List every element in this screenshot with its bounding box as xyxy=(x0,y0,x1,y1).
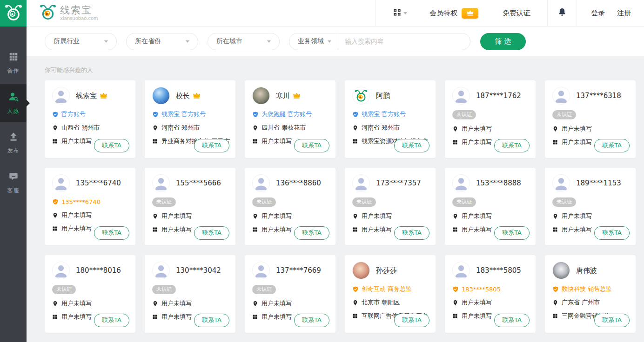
province-select-label: 所在省份 xyxy=(135,37,161,46)
avatar-photo xyxy=(252,87,270,105)
location-text: 用户未填写 xyxy=(161,299,192,308)
contact-card[interactable]: 183****5805183****5805用户未填写用户未填写联系TA xyxy=(445,255,536,333)
contact-button[interactable]: 联系TA xyxy=(494,314,530,327)
official-account-label: 线索宝 官方账号 xyxy=(161,110,206,118)
contact-card[interactable]: 阿鹏线索宝 官方账号河南省 郑州市线索宝资源对接与行业交联系TA xyxy=(345,80,436,158)
location-row: 广东省 广州市 xyxy=(552,298,630,307)
contact-card[interactable]: 173****7357未认证用户未填写用户未填写联系TA xyxy=(345,168,436,245)
brand-logo[interactable]: 线索宝 xiansuobao.com xyxy=(39,3,98,23)
contact-button[interactable]: 联系TA xyxy=(94,314,129,327)
business-grid-icon xyxy=(252,138,262,144)
business-text: 用户未填写 xyxy=(362,225,392,234)
contact-button[interactable]: 联系TA xyxy=(494,139,530,152)
search-input[interactable] xyxy=(338,34,470,49)
free-cert-link[interactable]: 免费认证 xyxy=(503,9,530,18)
industry-select[interactable]: 所属行业 xyxy=(45,33,117,50)
contact-card[interactable]: 180****8016未认证用户未填写用户未填写联系TA xyxy=(45,255,135,333)
contact-card[interactable]: 130****3042未认证用户未填写用户未填写联系TA xyxy=(145,255,235,333)
app: 合作 人脉 发布 xyxy=(0,0,644,342)
business-grid-icon xyxy=(352,227,362,232)
contact-card[interactable]: 线索宝官方账号山西省 朔州市用户未填写联系TA xyxy=(45,80,135,158)
business-text: 用户未填写 xyxy=(161,313,192,321)
card-head: 137****7669 xyxy=(252,262,330,279)
contact-name: 校长 xyxy=(176,92,190,100)
business-text: 用户未填写 xyxy=(262,137,292,145)
member-privilege-link[interactable]: 会员特权 xyxy=(429,8,478,19)
content: 你可能感兴趣的人 线索宝官方账号山西省 朔州市用户未填写联系TA校长线索宝 官方… xyxy=(27,56,644,342)
contact-name: 137****6318 xyxy=(576,92,621,100)
contact-card[interactable]: 唐伟波数快科技 销售总监广东省 广州市三网金融营销短信联系TA xyxy=(545,255,636,333)
contact-card[interactable]: 校长线索宝 官方账号河南省 郑州市异业商务对接合作.甲乙方联系TA xyxy=(145,80,235,158)
contact-button[interactable]: 联系TA xyxy=(594,226,630,240)
contact-name: 线索宝 xyxy=(76,92,97,100)
sidebar-item-cooperation[interactable]: 合作 xyxy=(0,44,27,82)
contact-button[interactable]: 联系TA xyxy=(394,139,429,152)
contact-card[interactable]: 137****6318未认证用户未填写用户未填写联系TA xyxy=(545,80,636,158)
location-text: 用户未填写 xyxy=(61,211,92,219)
default-avatar-icon xyxy=(152,262,170,279)
contact-button[interactable]: 联系TA xyxy=(194,139,229,152)
province-select[interactable]: 所在省份 xyxy=(126,33,198,50)
business-field-select[interactable]: 业务领域 xyxy=(289,37,338,46)
status-row: 未认证 xyxy=(452,197,530,207)
section-title: 你可能感兴趣的人 xyxy=(45,66,644,74)
contact-button[interactable]: 联系TA xyxy=(594,139,630,152)
business-grid-icon xyxy=(452,139,462,145)
status-row: 未认证 xyxy=(152,197,230,207)
contact-name: 137****7669 xyxy=(276,266,321,275)
location-pin-icon xyxy=(252,213,262,220)
official-account-label: 线索宝 官方账号 xyxy=(362,110,406,118)
contact-button[interactable]: 联系TA xyxy=(94,226,129,240)
qr-menu[interactable] xyxy=(393,8,407,18)
filter-button[interactable]: 筛 选 xyxy=(480,33,526,50)
login-link[interactable]: 登录 xyxy=(591,9,605,18)
contact-button[interactable]: 联系TA xyxy=(294,314,329,327)
contact-button[interactable]: 联系TA xyxy=(294,139,329,152)
contact-card[interactable]: 孙莎莎创奇互动 商务总监北京市 朝阳区互联网广告信息服务平台联系TA xyxy=(345,255,436,333)
shield-check-icon xyxy=(552,286,562,293)
location-text: 用户未填写 xyxy=(161,212,192,220)
contact-button[interactable]: 联系TA xyxy=(494,226,530,240)
contact-button[interactable]: 联系TA xyxy=(394,226,429,240)
contact-card[interactable]: 187****1762未认证用户未填写用户未填写联系TA xyxy=(445,80,536,158)
city-select[interactable]: 所在城市 xyxy=(208,33,280,50)
contact-button[interactable]: 联系TA xyxy=(194,226,229,240)
ant-logo-icon xyxy=(39,3,57,23)
status-row: 135****6740 xyxy=(52,197,130,206)
location-text: 用户未填写 xyxy=(462,298,492,307)
business-text: 用户未填写 xyxy=(462,225,492,234)
location-row: 用户未填写 xyxy=(152,212,230,220)
contact-button[interactable]: 联系TA xyxy=(594,314,630,327)
sidebar-item-connections[interactable]: 人脉 xyxy=(0,84,27,122)
contact-button[interactable]: 联系TA xyxy=(194,314,229,327)
shield-check-icon xyxy=(452,286,462,293)
contact-card[interactable]: 136****8860未认证用户未填写用户未填写联系TA xyxy=(245,168,335,245)
sidebar-item-label: 发布 xyxy=(7,147,20,155)
sidebar-item-publish[interactable]: 发布 xyxy=(0,124,27,162)
location-pin-icon xyxy=(52,125,61,132)
default-avatar-icon xyxy=(552,174,570,192)
contact-card[interactable]: 137****7669未认证用户未填写用户未填写联系TA xyxy=(245,255,335,333)
contact-button[interactable]: 联系TA xyxy=(294,226,329,240)
contact-card[interactable]: 寒川为您跑腿 官方账号四川省 攀枝花市用户未填写联系TA xyxy=(245,80,335,158)
search-pill: 业务领域 xyxy=(289,33,470,50)
contact-card[interactable]: 153****8888未认证用户未填写用户未填写联系TA xyxy=(445,168,536,245)
card-head: 130****3042 xyxy=(152,262,230,279)
contact-button[interactable]: 联系TA xyxy=(394,314,429,327)
business-grid-icon xyxy=(352,138,362,144)
chevron-down-icon xyxy=(186,40,189,43)
contact-button[interactable]: 联系TA xyxy=(94,139,129,152)
contact-card[interactable]: 155****5666未认证用户未填写用户未填写联系TA xyxy=(145,168,235,245)
sidebar: 合作 人脉 发布 xyxy=(0,26,27,342)
business-grid-icon xyxy=(252,227,262,232)
chevron-down-icon xyxy=(267,40,271,43)
brand-logo-square[interactable] xyxy=(0,0,27,26)
contact-card[interactable]: 135****6740135****6740用户未填写用户未填写联系TA xyxy=(45,168,135,245)
industry-select-label: 所属行业 xyxy=(54,37,80,46)
sidebar-item-service[interactable]: 客服 xyxy=(0,164,27,202)
shield-check-icon xyxy=(52,111,61,118)
location-row: 四川省 攀枝花市 xyxy=(252,124,330,132)
register-link[interactable]: 注册 xyxy=(617,9,631,18)
contact-card[interactable]: 189****1153未认证用户未填写用户未填写联系TA xyxy=(545,168,636,245)
notifications-button[interactable] xyxy=(548,7,577,19)
